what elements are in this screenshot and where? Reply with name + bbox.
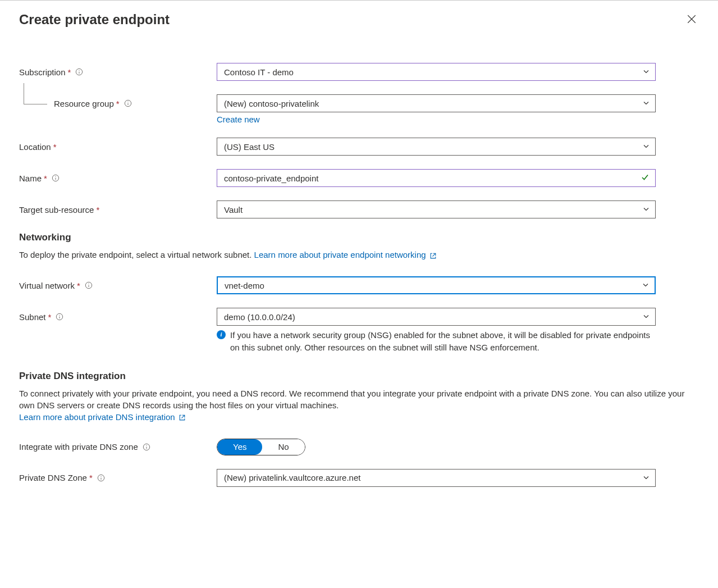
subscription-label-text: Subscription: [19, 67, 66, 77]
create-new-link[interactable]: Create new: [217, 115, 260, 124]
networking-desc-text: To deploy the private endpoint, select a…: [19, 250, 254, 259]
toggle-yes[interactable]: Yes: [217, 439, 262, 455]
chevron-down-icon: [643, 473, 650, 482]
subnet-select[interactable]: demo (10.0.0.0/24): [217, 308, 656, 326]
target-sub-resource-label-text: Target sub-resource: [19, 205, 94, 215]
info-icon[interactable]: [85, 281, 93, 289]
required-marker: *: [44, 174, 47, 183]
chevron-down-icon: [643, 67, 650, 77]
panel-header: Create private endpoint: [19, 12, 699, 28]
required-marker: *: [89, 473, 93, 482]
tree-branch-icon: [24, 83, 47, 104]
label-subscription: Subscription *: [19, 67, 217, 77]
svg-point-5: [55, 176, 56, 177]
create-new-row: Create new: [217, 115, 699, 124]
name-input[interactable]: contoso-private_endpoint: [217, 169, 656, 187]
required-marker: *: [96, 205, 99, 215]
svg-point-9: [60, 315, 60, 316]
svg-point-13: [100, 476, 101, 476]
svg-point-1: [79, 70, 80, 71]
virtual-network-value: vnet-demo: [225, 281, 264, 290]
nsg-info-note: i If you have a network security group (…: [217, 329, 656, 354]
row-name: Name * contoso-private_endpoint: [19, 169, 699, 187]
label-virtual-network: Virtual network *: [19, 281, 217, 290]
private-dns-zone-value: (New) privatelink.vaultcore.azure.net: [224, 473, 360, 482]
label-integrate-dns: Integrate with private DNS zone: [19, 442, 217, 452]
label-location: Location *: [19, 142, 217, 152]
private-dns-zone-select[interactable]: (New) privatelink.vaultcore.azure.net: [217, 469, 656, 487]
checkmark-icon: [641, 173, 650, 184]
networking-learn-more-link[interactable]: Learn more about private endpoint networ…: [254, 250, 437, 259]
networking-learn-more-text: Learn more about private endpoint networ…: [254, 250, 426, 259]
external-link-icon: [179, 414, 186, 421]
target-sub-resource-select[interactable]: Vault: [217, 200, 656, 218]
info-icon[interactable]: [97, 474, 105, 482]
external-link-icon: [429, 252, 437, 259]
label-target-sub-resource: Target sub-resource *: [19, 205, 217, 215]
integrate-dns-label-text: Integrate with private DNS zone: [19, 442, 138, 452]
dns-learn-more-link[interactable]: Learn more about private DNS integration: [19, 412, 186, 422]
subnet-label-text: Subnet: [19, 312, 46, 322]
panel-title: Create private endpoint: [19, 12, 170, 28]
name-value: contoso-private_endpoint: [224, 174, 318, 183]
label-name: Name *: [19, 174, 217, 183]
nsg-note-text: If you have a network security group (NS…: [230, 329, 656, 354]
location-value: (US) East US: [224, 142, 275, 152]
dns-heading: Private DNS integration: [19, 371, 699, 382]
info-badge-icon: i: [217, 330, 226, 339]
location-label-text: Location: [19, 142, 51, 152]
dns-desc-text: To connect privately with your private e…: [19, 389, 684, 410]
close-button[interactable]: [684, 12, 699, 28]
required-marker: *: [68, 67, 71, 77]
chevron-down-icon: [643, 205, 650, 215]
svg-point-7: [88, 284, 89, 284]
row-location: Location * (US) East US: [19, 138, 699, 156]
row-subscription: Subscription * Contoso IT - demo: [19, 63, 699, 81]
required-marker: *: [48, 312, 52, 322]
required-marker: *: [77, 281, 80, 290]
chevron-down-icon: [642, 281, 649, 290]
private-dns-zone-label-text: Private DNS Zone: [19, 473, 87, 482]
row-virtual-network: Virtual network * vnet-demo: [19, 276, 699, 294]
info-icon[interactable]: [124, 99, 132, 107]
toggle-no[interactable]: No: [262, 439, 304, 455]
target-sub-resource-value: Vault: [224, 205, 243, 215]
row-integrate-dns: Integrate with private DNS zone Yes No: [19, 439, 699, 455]
resource-group-select[interactable]: (New) contoso-privatelink: [217, 94, 656, 112]
info-icon[interactable]: [143, 443, 150, 451]
create-private-endpoint-panel: Create private endpoint Subscription * C…: [0, 0, 718, 588]
networking-heading: Networking: [19, 232, 699, 243]
row-subnet: Subnet * demo (10.0.0.0/24): [19, 308, 699, 326]
location-select[interactable]: (US) East US: [217, 138, 656, 156]
virtual-network-select[interactable]: vnet-demo: [217, 276, 656, 294]
info-icon[interactable]: [75, 68, 83, 76]
label-private-dns-zone: Private DNS Zone *: [19, 473, 217, 482]
label-resource-group: Resource group *: [19, 99, 217, 108]
label-subnet: Subnet *: [19, 312, 217, 322]
row-target-sub-resource: Target sub-resource * Vault: [19, 200, 699, 218]
name-label-text: Name: [19, 174, 42, 183]
subnet-value: demo (10.0.0.0/24): [224, 312, 295, 322]
chevron-down-icon: [643, 142, 650, 152]
required-marker: *: [53, 142, 57, 152]
subscription-value: Contoso IT - demo: [224, 67, 294, 77]
integrate-dns-toggle: Yes No: [217, 439, 305, 455]
close-icon: [687, 17, 697, 26]
row-private-dns-zone: Private DNS Zone * (New) privatelink.vau…: [19, 469, 699, 487]
subscription-select[interactable]: Contoso IT - demo: [217, 63, 656, 81]
required-marker: *: [116, 99, 120, 108]
dns-learn-more-text: Learn more about private DNS integration: [19, 412, 175, 422]
form-area: Subscription * Contoso IT - demo Resour: [19, 63, 699, 487]
info-icon[interactable]: [56, 313, 63, 321]
chevron-down-icon: [643, 312, 650, 322]
networking-desc: To deploy the private endpoint, select a…: [19, 249, 699, 261]
resource-group-value: (New) contoso-privatelink: [224, 99, 319, 108]
virtual-network-label-text: Virtual network: [19, 281, 75, 290]
info-icon[interactable]: [52, 174, 60, 182]
dns-desc: To connect privately with your private e…: [19, 388, 699, 423]
svg-point-11: [146, 445, 147, 445]
chevron-down-icon: [643, 99, 650, 108]
resource-group-label-text: Resource group: [54, 99, 114, 108]
svg-point-3: [127, 102, 128, 102]
row-resource-group: Resource group * (New) contoso-privateli…: [19, 94, 699, 112]
